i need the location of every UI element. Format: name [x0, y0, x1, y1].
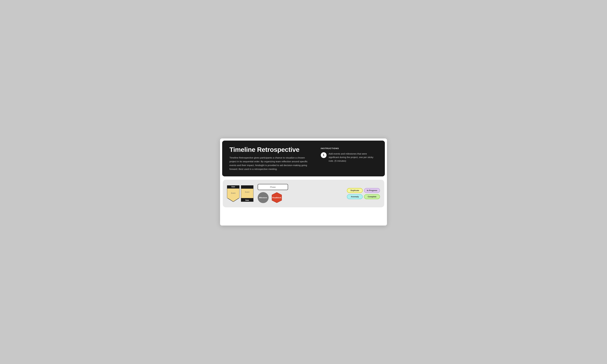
instruction-number-1: 1: [321, 152, 327, 158]
roadblock-shape: Roadblock: [271, 192, 282, 203]
event-1-center-label: Event: [227, 192, 239, 194]
tag-in-progress: In Progress: [364, 188, 380, 193]
instruction-item-1: 1 Add events and milestones that were si…: [321, 152, 378, 163]
event-shape-1: Date Event: [227, 185, 239, 202]
svg-rect-6: [241, 185, 253, 189]
header-section: Timeline Retrospective Timeline Retrospe…: [222, 141, 385, 177]
shapes-column: Phase Milestone Roadblock: [258, 184, 343, 203]
event-shape-2: Event Date: [241, 185, 253, 202]
roadblock-label: Roadblock: [272, 197, 281, 198]
svg-marker-2: [227, 198, 239, 202]
shape-items-row: Milestone Roadblock: [258, 192, 282, 203]
event-2-center-label: Event: [241, 191, 253, 193]
page-container: Timeline Retrospective Timeline Retrospe…: [220, 139, 387, 226]
header-description: Timeline Retrospective gives participant…: [229, 156, 311, 171]
instructions-label: INSTRUCTIONS: [321, 147, 378, 150]
page-title: Timeline Retrospective: [229, 146, 315, 153]
tag-complete: Complete: [364, 194, 380, 199]
svg-rect-3: [227, 197, 239, 198]
milestone-shape: Milestone: [258, 192, 269, 203]
phase-bar: Phase: [258, 184, 288, 190]
tag-anomaly: Anomaly: [347, 194, 363, 199]
event-group: Date Event Event Date: [227, 185, 253, 202]
event-1-date-label: Date: [227, 186, 239, 188]
legend-section: Date Event Event Date: [223, 180, 384, 207]
tag-duplicate: Duplicate: [347, 188, 363, 193]
instruction-text-1: Add events and milestones that were sign…: [329, 152, 378, 163]
header-right: INSTRUCTIONS 1 Add events and milestones…: [321, 146, 378, 163]
event-2-date-label: Date: [241, 199, 253, 201]
tags-grid: Duplicate In Progress Anomaly Complete: [347, 188, 380, 199]
right-section: Phase Milestone Roadblock: [258, 184, 380, 203]
header-left: Timeline Retrospective Timeline Retrospe…: [229, 146, 315, 171]
milestone-label: Milestone: [259, 197, 267, 198]
